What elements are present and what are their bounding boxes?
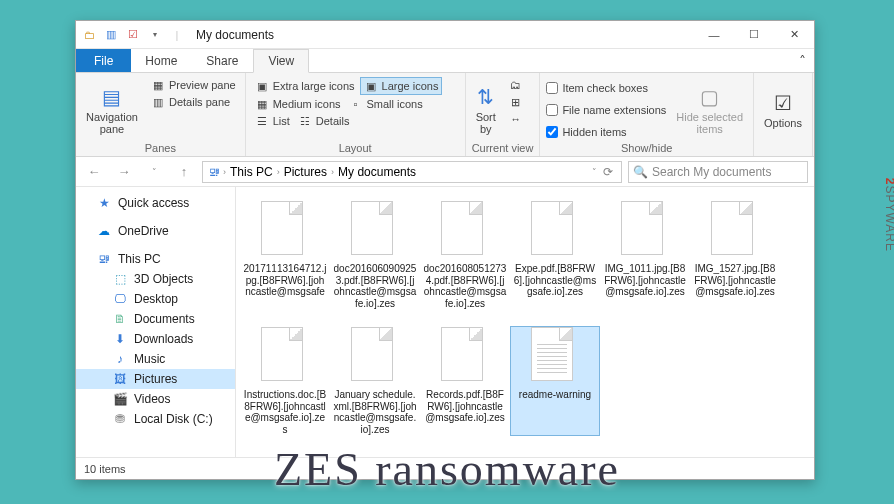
file-item[interactable]: Records.pdf.[B8FRW6].[johncastle@msgsafe… — [421, 327, 509, 435]
details-pane-button[interactable]: ▥Details pane — [148, 94, 239, 110]
file-icon — [711, 201, 759, 259]
file-name-label: Instructions.doc.[B8FRW6].[johncastle@ms… — [241, 389, 329, 435]
hidden-items-toggle[interactable]: Hidden items — [546, 126, 666, 138]
quick-access-toolbar: 🗀 ▥ ☑ ▾ | — [76, 26, 190, 44]
file-icon — [351, 201, 399, 259]
ribbon-group-showhide: Item check boxes File name extensions Hi… — [540, 73, 754, 156]
file-item[interactable]: 20171113164712.jpg.[B8FRW6].[johncastle@… — [241, 201, 329, 309]
nav-thispc[interactable]: 🖳This PC — [76, 249, 235, 269]
up-button[interactable]: ↑ — [172, 160, 196, 184]
large-icons-button[interactable]: ▣Large icons — [360, 77, 443, 95]
file-item[interactable]: IMG_1011.jpg.[B8FRW6].[johncastle@msgsaf… — [601, 201, 689, 309]
item-checkboxes-toggle[interactable]: Item check boxes — [546, 82, 666, 94]
videos-icon: 🎬 — [112, 391, 128, 407]
file-item[interactable]: doc2016080512734.pdf.[B8FRW6].[johncastl… — [421, 201, 509, 309]
qat-divider: | — [168, 26, 186, 44]
qat-dropdown-icon[interactable]: ▾ — [146, 26, 164, 44]
collapse-ribbon-button[interactable]: ˄ — [791, 49, 814, 72]
lg-icons-icon: ▣ — [364, 79, 378, 93]
file-icon — [621, 201, 669, 259]
sort-icon: ⇅ — [477, 85, 494, 109]
brand-watermark: 2SPYWARE — [883, 178, 894, 252]
nav-localdisk[interactable]: ⛃Local Disk (C:) — [76, 409, 235, 429]
hide-selected-button[interactable]: ▢ Hide selected items — [672, 77, 747, 142]
pc-icon: 🖳 — [207, 165, 221, 179]
extra-large-icons-button[interactable]: ▣Extra large icons — [252, 77, 358, 95]
disk-icon: ⛃ — [112, 411, 128, 427]
tab-view[interactable]: View — [253, 49, 309, 73]
sort-by-button[interactable]: ⇅ Sort by — [472, 77, 500, 142]
star-icon: ★ — [96, 195, 112, 211]
list-view-button[interactable]: ☰List — [252, 113, 293, 129]
preview-pane-icon: ▦ — [151, 78, 165, 92]
tab-home[interactable]: Home — [131, 49, 192, 72]
navigation-pane-button[interactable]: ▤ Navigation pane — [82, 77, 142, 142]
nav-downloads[interactable]: ⬇Downloads — [76, 329, 235, 349]
nav-desktop[interactable]: 🖵Desktop — [76, 289, 235, 309]
file-name-label: doc2016080512734.pdf.[B8FRW6].[johncastl… — [421, 263, 509, 309]
file-list[interactable]: 20171113164712.jpg.[B8FRW6].[johncastle@… — [236, 187, 814, 457]
crumb-pictures[interactable]: Pictures — [282, 165, 329, 179]
qat-checkbox-icon[interactable]: ☑ — [124, 26, 142, 44]
nav-music[interactable]: ♪Music — [76, 349, 235, 369]
small-icons-button[interactable]: ▫Small icons — [346, 96, 426, 112]
tab-file[interactable]: File — [76, 49, 131, 72]
close-button[interactable]: ✕ — [774, 21, 814, 49]
crumb-thispc[interactable]: This PC — [228, 165, 275, 179]
md-icons-icon: ▦ — [255, 97, 269, 111]
navigation-pane: ★Quick access ☁OneDrive 🖳This PC ⬚3D Obj… — [76, 187, 236, 457]
refresh-button[interactable]: ⟳ — [599, 165, 617, 179]
options-button[interactable]: ☑ Options — [760, 77, 806, 142]
file-item[interactable]: readme-warning — [511, 327, 599, 435]
ribbon-group-options: ☑ Options — [754, 73, 813, 156]
nav-videos[interactable]: 🎬Videos — [76, 389, 235, 409]
addr-dropdown-icon[interactable]: ˅ — [592, 167, 597, 177]
recent-dropdown[interactable]: ˅ — [142, 160, 166, 184]
group-by-button[interactable]: 🗂 — [506, 77, 526, 93]
search-input[interactable]: 🔍 Search My documents — [628, 161, 808, 183]
crumb-current[interactable]: My documents — [336, 165, 418, 179]
add-columns-button[interactable]: ⊞ — [506, 94, 526, 110]
details-pane-icon: ▥ — [151, 95, 165, 109]
group-current-label: Current view — [472, 142, 534, 154]
group-showhide-label: Show/hide — [546, 142, 747, 154]
file-item[interactable]: IMG_1527.jpg.[B8FRW6].[johncastle@msgsaf… — [691, 201, 779, 309]
forward-button[interactable]: → — [112, 160, 136, 184]
file-name-label: 20171113164712.jpg.[B8FRW6].[johncastle@… — [241, 263, 329, 298]
title-bar: 🗀 ▥ ☑ ▾ | My documents — ☐ ✕ — [76, 21, 814, 49]
options-icon: ☑ — [774, 91, 792, 115]
ribbon: ▤ Navigation pane ▦Preview pane ▥Details… — [76, 73, 814, 157]
tab-share[interactable]: Share — [192, 49, 253, 72]
nav-onedrive[interactable]: ☁OneDrive — [76, 221, 235, 241]
file-item[interactable]: Instructions.doc.[B8FRW6].[johncastle@ms… — [241, 327, 329, 435]
qat-properties-icon[interactable]: ▥ — [102, 26, 120, 44]
nav-quick-access[interactable]: ★Quick access — [76, 193, 235, 213]
nav-pictures[interactable]: 🖼Pictures — [76, 369, 235, 389]
file-icon — [531, 327, 579, 385]
nav-documents[interactable]: 🗎Documents — [76, 309, 235, 329]
file-icon — [441, 327, 489, 385]
cube-icon: ⬚ — [112, 271, 128, 287]
file-name-label: IMG_1527.jpg.[B8FRW6].[johncastle@msgsaf… — [691, 263, 779, 298]
size-columns-button[interactable]: ↔ — [506, 111, 526, 127]
file-name-label: January schedule.xml.[B8FRW6].[johncastl… — [331, 389, 419, 435]
sort-by-label: Sort by — [476, 111, 496, 135]
folder-icon: 🗀 — [80, 26, 98, 44]
hide-selected-icon: ▢ — [700, 85, 719, 109]
preview-pane-button[interactable]: ▦Preview pane — [148, 77, 239, 93]
back-button[interactable]: ← — [82, 160, 106, 184]
minimize-button[interactable]: — — [694, 21, 734, 49]
maximize-button[interactable]: ☐ — [734, 21, 774, 49]
file-item[interactable]: January schedule.xml.[B8FRW6].[johncastl… — [331, 327, 419, 435]
breadcrumb[interactable]: 🖳 › This PC › Pictures › My documents ˅ … — [202, 161, 622, 183]
nav-3d-objects[interactable]: ⬚3D Objects — [76, 269, 235, 289]
file-item[interactable]: Expe.pdf.[B8FRW6].[johncastle@msgsafe.io… — [511, 201, 599, 309]
file-extensions-toggle[interactable]: File name extensions — [546, 104, 666, 116]
medium-icons-button[interactable]: ▦Medium icons — [252, 96, 344, 112]
details-view-button[interactable]: ☷Details — [295, 113, 353, 129]
file-name-label: readme-warning — [517, 389, 593, 401]
file-name-label: Expe.pdf.[B8FRW6].[johncastle@msgsafe.io… — [511, 263, 599, 298]
pc-icon: 🖳 — [96, 251, 112, 267]
file-item[interactable]: doc2016060909253.pdf.[B8FRW6].[johncastl… — [331, 201, 419, 309]
pictures-icon: 🖼 — [112, 371, 128, 387]
